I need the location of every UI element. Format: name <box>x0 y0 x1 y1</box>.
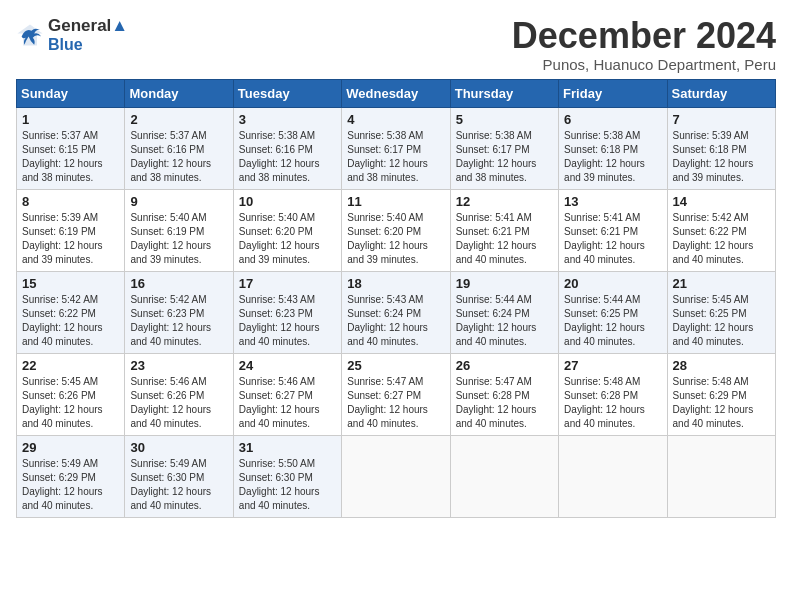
logo-icon <box>16 21 44 49</box>
calendar-cell <box>667 435 775 517</box>
day-number: 25 <box>347 358 444 373</box>
calendar-cell: 19Sunrise: 5:44 AMSunset: 6:24 PMDayligh… <box>450 271 558 353</box>
day-number: 6 <box>564 112 661 127</box>
day-info: Sunrise: 5:48 AMSunset: 6:28 PMDaylight:… <box>564 375 661 431</box>
day-info: Sunrise: 5:40 AMSunset: 6:20 PMDaylight:… <box>239 211 336 267</box>
day-number: 13 <box>564 194 661 209</box>
day-number: 17 <box>239 276 336 291</box>
day-info: Sunrise: 5:42 AMSunset: 6:22 PMDaylight:… <box>22 293 119 349</box>
calendar-cell: 16Sunrise: 5:42 AMSunset: 6:23 PMDayligh… <box>125 271 233 353</box>
calendar-cell <box>450 435 558 517</box>
day-number: 18 <box>347 276 444 291</box>
calendar-cell: 31Sunrise: 5:50 AMSunset: 6:30 PMDayligh… <box>233 435 341 517</box>
calendar-cell: 25Sunrise: 5:47 AMSunset: 6:27 PMDayligh… <box>342 353 450 435</box>
calendar-cell: 7Sunrise: 5:39 AMSunset: 6:18 PMDaylight… <box>667 107 775 189</box>
day-info: Sunrise: 5:49 AMSunset: 6:30 PMDaylight:… <box>130 457 227 513</box>
weekday-header-saturday: Saturday <box>667 79 775 107</box>
calendar-cell: 26Sunrise: 5:47 AMSunset: 6:28 PMDayligh… <box>450 353 558 435</box>
calendar-cell: 29Sunrise: 5:49 AMSunset: 6:29 PMDayligh… <box>17 435 125 517</box>
day-info: Sunrise: 5:44 AMSunset: 6:24 PMDaylight:… <box>456 293 553 349</box>
day-number: 20 <box>564 276 661 291</box>
day-info: Sunrise: 5:37 AMSunset: 6:15 PMDaylight:… <box>22 129 119 185</box>
day-info: Sunrise: 5:42 AMSunset: 6:22 PMDaylight:… <box>673 211 770 267</box>
day-number: 27 <box>564 358 661 373</box>
day-number: 21 <box>673 276 770 291</box>
day-info: Sunrise: 5:47 AMSunset: 6:27 PMDaylight:… <box>347 375 444 431</box>
day-number: 14 <box>673 194 770 209</box>
day-number: 4 <box>347 112 444 127</box>
calendar-cell: 3Sunrise: 5:38 AMSunset: 6:16 PMDaylight… <box>233 107 341 189</box>
weekday-header-monday: Monday <box>125 79 233 107</box>
calendar-cell: 12Sunrise: 5:41 AMSunset: 6:21 PMDayligh… <box>450 189 558 271</box>
calendar-cell: 27Sunrise: 5:48 AMSunset: 6:28 PMDayligh… <box>559 353 667 435</box>
location-subtitle: Punos, Huanuco Department, Peru <box>512 56 776 73</box>
logo: General▲ Blue <box>16 16 128 54</box>
weekday-header-friday: Friday <box>559 79 667 107</box>
day-info: Sunrise: 5:49 AMSunset: 6:29 PMDaylight:… <box>22 457 119 513</box>
day-number: 24 <box>239 358 336 373</box>
calendar-cell: 10Sunrise: 5:40 AMSunset: 6:20 PMDayligh… <box>233 189 341 271</box>
weekday-header-sunday: Sunday <box>17 79 125 107</box>
day-number: 31 <box>239 440 336 455</box>
calendar-cell: 15Sunrise: 5:42 AMSunset: 6:22 PMDayligh… <box>17 271 125 353</box>
day-number: 3 <box>239 112 336 127</box>
calendar-cell: 14Sunrise: 5:42 AMSunset: 6:22 PMDayligh… <box>667 189 775 271</box>
day-info: Sunrise: 5:41 AMSunset: 6:21 PMDaylight:… <box>456 211 553 267</box>
day-number: 8 <box>22 194 119 209</box>
day-info: Sunrise: 5:40 AMSunset: 6:20 PMDaylight:… <box>347 211 444 267</box>
day-info: Sunrise: 5:38 AMSunset: 6:17 PMDaylight:… <box>347 129 444 185</box>
day-info: Sunrise: 5:39 AMSunset: 6:19 PMDaylight:… <box>22 211 119 267</box>
calendar-cell: 11Sunrise: 5:40 AMSunset: 6:20 PMDayligh… <box>342 189 450 271</box>
day-number: 29 <box>22 440 119 455</box>
day-number: 15 <box>22 276 119 291</box>
weekday-header-tuesday: Tuesday <box>233 79 341 107</box>
day-info: Sunrise: 5:45 AMSunset: 6:26 PMDaylight:… <box>22 375 119 431</box>
calendar-cell: 6Sunrise: 5:38 AMSunset: 6:18 PMDaylight… <box>559 107 667 189</box>
day-number: 19 <box>456 276 553 291</box>
day-number: 30 <box>130 440 227 455</box>
day-info: Sunrise: 5:38 AMSunset: 6:16 PMDaylight:… <box>239 129 336 185</box>
day-number: 10 <box>239 194 336 209</box>
day-number: 1 <box>22 112 119 127</box>
day-number: 12 <box>456 194 553 209</box>
day-info: Sunrise: 5:38 AMSunset: 6:18 PMDaylight:… <box>564 129 661 185</box>
calendar-cell: 18Sunrise: 5:43 AMSunset: 6:24 PMDayligh… <box>342 271 450 353</box>
title-block: December 2024 Punos, Huanuco Department,… <box>512 16 776 73</box>
day-number: 11 <box>347 194 444 209</box>
day-number: 22 <box>22 358 119 373</box>
calendar-cell: 9Sunrise: 5:40 AMSunset: 6:19 PMDaylight… <box>125 189 233 271</box>
calendar-cell: 24Sunrise: 5:46 AMSunset: 6:27 PMDayligh… <box>233 353 341 435</box>
day-info: Sunrise: 5:44 AMSunset: 6:25 PMDaylight:… <box>564 293 661 349</box>
day-info: Sunrise: 5:46 AMSunset: 6:27 PMDaylight:… <box>239 375 336 431</box>
day-number: 28 <box>673 358 770 373</box>
day-number: 2 <box>130 112 227 127</box>
day-info: Sunrise: 5:50 AMSunset: 6:30 PMDaylight:… <box>239 457 336 513</box>
day-info: Sunrise: 5:46 AMSunset: 6:26 PMDaylight:… <box>130 375 227 431</box>
day-number: 9 <box>130 194 227 209</box>
day-info: Sunrise: 5:39 AMSunset: 6:18 PMDaylight:… <box>673 129 770 185</box>
calendar-cell: 21Sunrise: 5:45 AMSunset: 6:25 PMDayligh… <box>667 271 775 353</box>
calendar-cell <box>559 435 667 517</box>
calendar-cell: 13Sunrise: 5:41 AMSunset: 6:21 PMDayligh… <box>559 189 667 271</box>
day-info: Sunrise: 5:38 AMSunset: 6:17 PMDaylight:… <box>456 129 553 185</box>
page-header: General▲ Blue December 2024 Punos, Huanu… <box>16 16 776 73</box>
calendar-cell: 28Sunrise: 5:48 AMSunset: 6:29 PMDayligh… <box>667 353 775 435</box>
weekday-header-thursday: Thursday <box>450 79 558 107</box>
calendar-cell: 23Sunrise: 5:46 AMSunset: 6:26 PMDayligh… <box>125 353 233 435</box>
weekday-header-wednesday: Wednesday <box>342 79 450 107</box>
calendar-cell: 1Sunrise: 5:37 AMSunset: 6:15 PMDaylight… <box>17 107 125 189</box>
calendar-cell: 4Sunrise: 5:38 AMSunset: 6:17 PMDaylight… <box>342 107 450 189</box>
calendar-cell: 22Sunrise: 5:45 AMSunset: 6:26 PMDayligh… <box>17 353 125 435</box>
day-info: Sunrise: 5:42 AMSunset: 6:23 PMDaylight:… <box>130 293 227 349</box>
day-info: Sunrise: 5:43 AMSunset: 6:23 PMDaylight:… <box>239 293 336 349</box>
day-number: 5 <box>456 112 553 127</box>
calendar-table: SundayMondayTuesdayWednesdayThursdayFrid… <box>16 79 776 518</box>
day-info: Sunrise: 5:41 AMSunset: 6:21 PMDaylight:… <box>564 211 661 267</box>
calendar-cell: 30Sunrise: 5:49 AMSunset: 6:30 PMDayligh… <box>125 435 233 517</box>
calendar-cell: 5Sunrise: 5:38 AMSunset: 6:17 PMDaylight… <box>450 107 558 189</box>
logo-text: General▲ Blue <box>48 16 128 54</box>
day-info: Sunrise: 5:45 AMSunset: 6:25 PMDaylight:… <box>673 293 770 349</box>
day-info: Sunrise: 5:43 AMSunset: 6:24 PMDaylight:… <box>347 293 444 349</box>
day-info: Sunrise: 5:37 AMSunset: 6:16 PMDaylight:… <box>130 129 227 185</box>
calendar-cell: 20Sunrise: 5:44 AMSunset: 6:25 PMDayligh… <box>559 271 667 353</box>
